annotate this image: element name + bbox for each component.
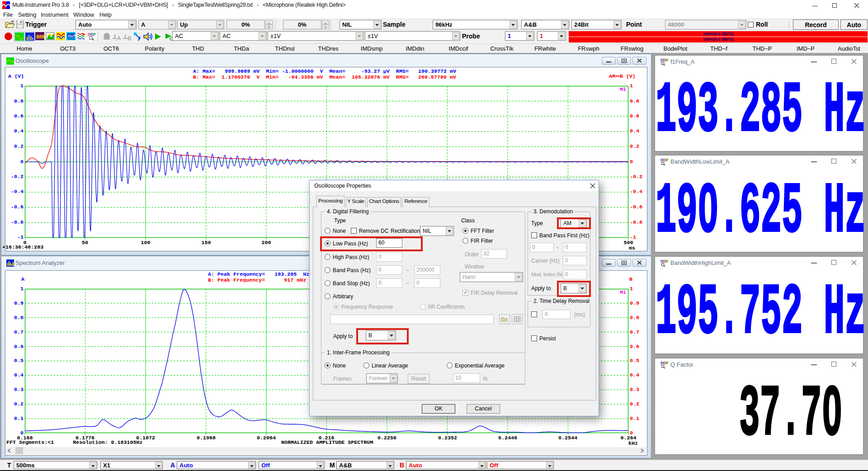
svg-text:A: A	[117, 35, 121, 41]
svg-text:888: 888	[36, 34, 44, 39]
svg-text:DDP: DDP	[660, 361, 668, 365]
svg-text:DDP: DDP	[660, 58, 668, 62]
svg-text:DDP: DDP	[660, 158, 668, 162]
svg-text:B: B	[127, 35, 132, 41]
svg-text:DDP: DDP	[660, 259, 668, 264]
svg-text:DUT: DUT	[68, 34, 76, 38]
svg-text:DDP: DDP	[88, 32, 96, 37]
